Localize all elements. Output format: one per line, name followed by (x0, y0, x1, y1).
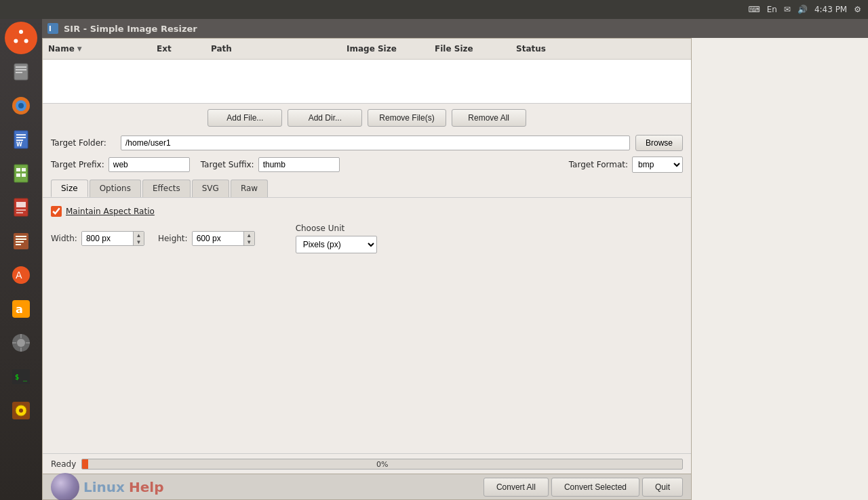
writer-icon[interactable]: W (5, 123, 37, 156)
file-action-buttons: Add File... Add Dir... Remove File(s) Re… (43, 104, 691, 132)
system-bar: ⌨ En ✉ 🔊 4:43 PM ⚙ (0, 0, 868, 19)
bottom-buttons-row: LinuxHelp Convert All Convert Selected Q… (43, 474, 691, 499)
remove-files-button[interactable]: Remove File(s) (368, 109, 446, 127)
target-prefix-input[interactable] (108, 157, 190, 172)
convert-all-button[interactable]: Convert All (484, 478, 549, 497)
width-field: Width: ▲ ▼ (51, 231, 144, 246)
col-filesize-header: File Size (429, 41, 511, 56)
col-path-header: Path (205, 41, 341, 56)
svg-rect-18 (22, 168, 26, 171)
terminal-icon[interactable]: $ _ (5, 360, 37, 393)
file-list-body (43, 60, 691, 104)
impress-icon[interactable] (5, 191, 37, 224)
svg-rect-17 (16, 168, 20, 171)
svg-rect-26 (16, 236, 26, 237)
linuxhelp-logo-circle (51, 473, 79, 501)
target-folder-row: Target Folder: Browse (43, 132, 691, 154)
svg-rect-19 (16, 173, 20, 177)
target-suffix-label: Target Suffix: (201, 160, 254, 169)
format-group: Target Format: bmp jpg png gif tiff (569, 157, 683, 173)
add-dir-button[interactable]: Add Dir... (288, 109, 362, 127)
progress-bar: 0% (81, 459, 683, 470)
svg-point-2 (24, 39, 28, 43)
svg-rect-39 (26, 342, 30, 343)
svg-point-1 (19, 30, 23, 34)
svg-text:a: a (16, 303, 23, 316)
svg-rect-28 (16, 241, 24, 243)
svg-rect-37 (20, 348, 22, 352)
width-input[interactable] (82, 232, 133, 245)
svg-point-3 (14, 39, 18, 43)
amazon-icon[interactable]: a (5, 293, 37, 325)
height-spin-down[interactable]: ▼ (244, 238, 254, 245)
svg-rect-7 (16, 72, 22, 73)
svg-rect-22 (16, 202, 26, 207)
remove-all-button[interactable]: Remove All (452, 109, 526, 127)
lang-indicator[interactable]: En (767, 5, 777, 14)
tab-svg[interactable]: SVG (192, 180, 229, 197)
prefix-group: Target Prefix: (51, 157, 190, 172)
width-spin-down[interactable]: ▼ (134, 238, 144, 245)
files-icon[interactable] (5, 56, 37, 88)
maintain-aspect-label[interactable]: Maintain Aspect Ratio (66, 207, 155, 216)
size-row: Width: ▲ ▼ Height: (51, 224, 683, 253)
width-label: Width: (51, 234, 77, 243)
height-label: Height: (158, 234, 188, 243)
target-suffix-input[interactable] (258, 157, 340, 172)
svg-rect-14 (16, 140, 23, 141)
col-status-header: Status (511, 41, 691, 56)
svg-rect-29 (16, 244, 21, 245)
tab-raw[interactable]: Raw (231, 180, 268, 197)
svg-text:A: A (16, 270, 22, 280)
target-folder-label: Target Folder: (51, 138, 115, 148)
ubuntu-icon[interactable] (5, 22, 37, 54)
store-icon[interactable]: A (5, 259, 37, 291)
volume-icon: 🔊 (797, 5, 808, 14)
svg-rect-5 (16, 66, 26, 68)
text-editor-icon[interactable] (5, 225, 37, 257)
target-format-label: Target Format: (569, 160, 628, 169)
tab-size[interactable]: Size (51, 180, 88, 197)
mail-icon: ✉ (784, 5, 791, 14)
svg-rect-20 (22, 173, 26, 177)
window-title: SIR - Simple Image Resizer (64, 24, 197, 34)
svg-rect-6 (16, 69, 26, 70)
tab-effects[interactable]: Effects (142, 180, 191, 197)
unit-select[interactable]: Pixels (px) Percent (%) Centimeters (cm)… (296, 236, 377, 253)
clock: 4:43 PM (814, 5, 847, 14)
input-icon: ⌨ (748, 5, 760, 14)
app-icon: I (47, 23, 58, 34)
svg-rect-12 (16, 134, 26, 136)
titlebar: I SIR - Simple Image Resizer (42, 19, 868, 38)
add-file-button[interactable]: Add File... (208, 109, 282, 127)
svg-text:I: I (49, 25, 52, 33)
height-input[interactable] (193, 232, 243, 245)
status-text: Ready (51, 459, 76, 469)
browse-button[interactable]: Browse (635, 135, 683, 151)
height-field: Height: ▲ ▼ (158, 231, 255, 246)
target-folder-input[interactable] (121, 136, 630, 150)
calc-icon[interactable] (5, 157, 37, 190)
width-spin-up[interactable]: ▲ (134, 232, 144, 238)
quit-button[interactable]: Quit (642, 478, 683, 497)
svg-rect-27 (16, 238, 26, 240)
settings-gear-icon[interactable]: ⚙ (854, 5, 861, 14)
svg-rect-13 (16, 137, 26, 138)
tab-options[interactable]: Options (90, 180, 141, 197)
logo-help: Help (129, 479, 163, 495)
maintain-aspect-checkbox[interactable] (51, 206, 62, 217)
tools-icon[interactable] (5, 327, 37, 359)
col-name-header[interactable]: Name ▼ (43, 41, 151, 56)
height-spin-up[interactable]: ▲ (244, 232, 254, 238)
media-player-icon[interactable] (5, 394, 37, 427)
file-list-header: Name ▼ Ext Path Image Size File Size Sta… (43, 39, 691, 60)
target-format-select[interactable]: bmp jpg png gif tiff (632, 157, 683, 173)
logo-linux: Linux (83, 479, 125, 495)
svg-text:W: W (16, 142, 22, 148)
convert-selected-button[interactable]: Convert Selected (551, 478, 639, 497)
app-window: Name ▼ Ext Path Image Size File Size Sta… (42, 38, 692, 500)
target-prefix-label: Target Prefix: (51, 160, 104, 169)
right-panel (692, 38, 868, 500)
svg-point-44 (19, 409, 23, 413)
firefox-icon[interactable] (5, 89, 37, 122)
